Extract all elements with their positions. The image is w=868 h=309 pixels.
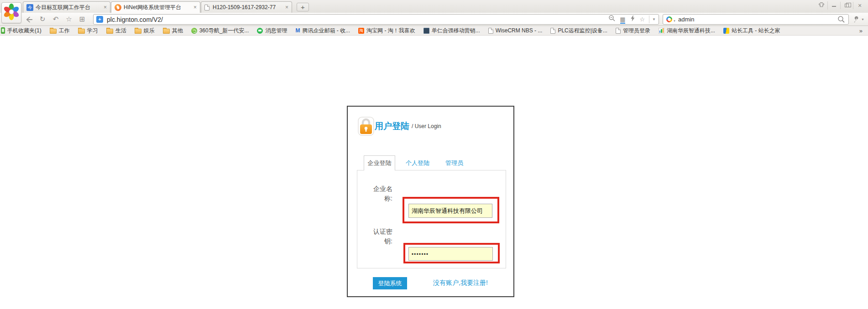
login-submit-button[interactable]: 登陆系统 [373, 277, 407, 289]
jinmubiao-favicon-icon: 今 [26, 4, 33, 11]
bookmark-tencent-mail[interactable]: M 腾讯企业邮箱 - 收... [291, 27, 354, 35]
bookmark-label: 腾讯企业邮箱 - 收... [302, 27, 350, 35]
tab-jinmubiao[interactable]: 今 今目标互联网工作平台 × [23, 1, 110, 13]
bookmark-folder-other[interactable]: 其他 [159, 27, 187, 35]
address-bar[interactable]: + plc.hignton.com/V2/ ▦ ☆ [93, 14, 659, 25]
bookmark-label: 工作 [59, 27, 70, 35]
tab-title: 今目标互联网工作平台 [36, 4, 101, 11]
bookmarks-bar: 手机收藏夹(1) 工作 学习 生活 娱乐 其他 360导航_新一代安... 消 [0, 26, 868, 36]
auth-key-input[interactable] [408, 247, 493, 261]
360-nav-icon [191, 28, 197, 34]
bookmark-label: 其他 [172, 27, 183, 35]
browser-menu-button[interactable] [1, 2, 21, 23]
bookmarks-overflow-chevron[interactable]: » [859, 27, 863, 34]
tab-admin-login[interactable]: 管理员 [445, 159, 463, 167]
tab-h120[interactable]: H120-1509-1617-2932-77 × [201, 1, 292, 13]
bookmark-label: 站长工具 - 站长之家 [732, 27, 780, 35]
tencent-mail-icon: M [295, 28, 300, 34]
bookmark-admin-login[interactable]: 管理员登录 [612, 27, 654, 35]
company-name-input[interactable] [408, 204, 492, 218]
folder-icon [135, 29, 141, 34]
tab-close-icon[interactable]: × [193, 5, 197, 10]
search-go-icon[interactable] [837, 15, 845, 23]
search-engine-dropdown-icon[interactable]: ▼ [673, 20, 676, 22]
undo-button[interactable]: ↶ [50, 14, 61, 24]
search-engine-logo-icon[interactable] [666, 16, 672, 22]
minimize-icon [832, 6, 836, 7]
page-zoom-icon[interactable] [608, 15, 616, 25]
search-input[interactable]: admin [678, 16, 694, 23]
bookmark-360-nav[interactable]: 360导航_新一代安... [187, 27, 253, 35]
message-icon [257, 28, 263, 34]
address-dropdown-icon[interactable]: ▼ [652, 17, 656, 21]
extensions-grid-button[interactable]: ⊞ [77, 14, 88, 24]
bookmark-label: 淘宝网 - 淘！我喜欢 [366, 27, 415, 35]
bookmark-huachen-tech[interactable]: 湖南华辰智通科技... [654, 27, 719, 35]
close-button[interactable]: × [853, 2, 866, 9]
folder-icon [163, 29, 170, 34]
bookmark-label: 生活 [115, 27, 126, 35]
tab-title: HiNet网络系统管理平台 [124, 4, 191, 11]
bookmark-label: 360导航_新一代安... [199, 27, 249, 35]
window-controls: × [815, 1, 866, 10]
bookmark-label: 湖南华辰智通科技... [667, 27, 715, 35]
login-panel: 用户登陆 / User Login 企业登陆 个人登陆 管理员 企业名 称: 认… [347, 106, 514, 297]
bookmark-shanren-marketing[interactable]: 单仁合强移动营销... [419, 27, 484, 35]
taobao-icon: 淘 [358, 28, 364, 34]
page-icon [550, 28, 555, 34]
folder-icon [78, 29, 85, 34]
bookmark-label: WiseCRM NBS - ... [496, 27, 543, 34]
webpage-content: 用户登陆 / User Login 企业登陆 个人登陆 管理员 企业名 称: 认… [0, 36, 868, 309]
url-text[interactable]: plc.hignton.com/V2/ [107, 16, 163, 23]
lightning-speed-icon[interactable] [629, 15, 635, 25]
address-bar-divider [649, 15, 649, 23]
bookmark-label: 消息管理 [265, 27, 287, 35]
bookmark-message-manager[interactable]: 消息管理 [253, 27, 291, 35]
new-tab-button[interactable]: + [297, 3, 309, 11]
bookmark-label: 手机收藏夹(1) [7, 27, 42, 35]
bookmark-folder-study[interactable]: 学习 [74, 27, 102, 35]
search-box[interactable]: ▼ admin [663, 14, 849, 25]
tools-wrench-button[interactable]: ▼ [852, 15, 864, 23]
bookmark-label: 娱乐 [144, 27, 155, 35]
bar-chart-icon [659, 28, 664, 34]
dark-app-icon [424, 28, 429, 34]
register-link[interactable]: 没有账户,我要注册! [433, 279, 488, 287]
bookmark-taobao[interactable]: 淘 淘宝网 - 淘！我喜欢 [354, 27, 419, 35]
restore-button[interactable] [841, 2, 853, 9]
bookmark-mobile-favorites[interactable]: 手机收藏夹(1) [0, 27, 46, 35]
bookmark-chinaz[interactable]: 站长工具 - 站长之家 [719, 27, 784, 35]
bookmark-folder-life[interactable]: 生活 [102, 27, 131, 35]
minimize-button[interactable] [828, 2, 841, 9]
tab-title: H120-1509-1617-2932-77 [213, 4, 283, 10]
back-button[interactable] [24, 14, 35, 24]
tab-hinet-active[interactable]: HiNet网络系统管理平台 × [111, 1, 200, 13]
company-name-label: 企业名 称: [348, 184, 392, 203]
bookmark-wisecrm[interactable]: WiseCRM NBS - ... [484, 27, 547, 34]
page-favicon-icon [204, 5, 209, 10]
favorites-star-button[interactable]: ☆ [63, 14, 74, 24]
tab-close-icon[interactable]: × [285, 5, 288, 10]
tab-close-icon[interactable]: × [104, 5, 107, 10]
tab-personal-login[interactable]: 个人登陆 [406, 159, 429, 167]
tab-enterprise-login[interactable]: 企业登陆 [364, 155, 395, 170]
browser-pinwheel-logo-icon [3, 3, 20, 22]
bookmark-folder-entertainment[interactable]: 娱乐 [131, 27, 159, 35]
bookmark-star-icon[interactable]: ☆ [639, 15, 645, 24]
bookmark-folder-work[interactable]: 工作 [46, 27, 74, 35]
page-icon [616, 28, 621, 34]
navigation-toolbar: ↻ ↶ ☆ ⊞ + plc.hignton.com/V2/ ▦ [0, 13, 868, 26]
refresh-button[interactable]: ↻ [37, 14, 48, 24]
tools-dropdown-icon[interactable]: ▼ [861, 18, 864, 21]
bookmark-label: PLC远程监控|设备... [558, 27, 607, 35]
bookmark-label: 学习 [87, 27, 98, 35]
auth-key-label: 认证密 钥: [348, 227, 392, 246]
theme-skin-icon[interactable] [815, 1, 828, 10]
login-title: 用户登陆 [375, 120, 409, 132]
qr-code-icon[interactable]: ▦ [620, 15, 625, 24]
login-title-english: / User Login [412, 123, 441, 129]
tab-strip: 今 今目标互联网工作平台 × HiNet网络系统管理平台 × H120-1509… [0, 0, 868, 13]
bookmark-plc-monitor[interactable]: PLC远程监控|设备... [546, 27, 611, 35]
folder-icon [106, 29, 113, 34]
wrench-icon [852, 15, 860, 23]
